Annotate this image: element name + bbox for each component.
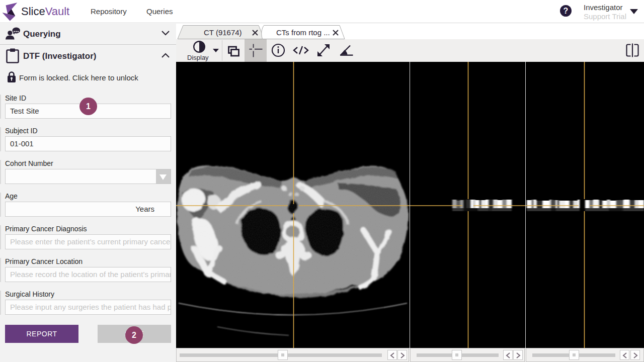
svg-text:CT (91674): CT (91674) xyxy=(204,28,242,37)
svg-text:CTs from rtog ...: CTs from rtog ... xyxy=(276,28,330,37)
